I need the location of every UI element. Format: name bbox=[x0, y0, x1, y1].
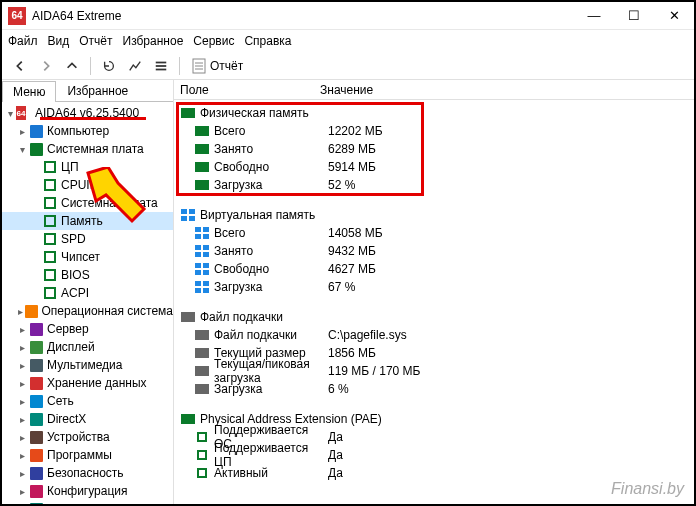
tree-twist[interactable]: ▸ bbox=[16, 126, 28, 137]
tree-node[interactable]: ▸DirectX bbox=[2, 410, 173, 428]
row-icon bbox=[194, 245, 210, 257]
data-row[interactable]: Свободно4627 МБ bbox=[174, 260, 694, 278]
report-button[interactable]: Отчёт bbox=[186, 55, 249, 77]
tree-label: Память bbox=[61, 214, 103, 228]
tree-twist[interactable]: ▸ bbox=[16, 378, 28, 389]
menu-help[interactable]: Справка bbox=[244, 34, 291, 48]
row-label: Файл подкачки bbox=[214, 328, 328, 342]
tree-twist[interactable]: ▾ bbox=[4, 108, 16, 119]
row-label: Всего bbox=[214, 226, 328, 240]
row-value: 1856 МБ bbox=[328, 346, 376, 360]
data-row[interactable]: Текущая/пиковая загрузка119 МБ / 170 МБ bbox=[174, 362, 694, 380]
tree-twist[interactable]: ▸ bbox=[16, 486, 28, 497]
tree-twist[interactable]: ▸ bbox=[16, 504, 28, 505]
tree-node[interactable]: ACPI bbox=[2, 284, 173, 302]
tree-node[interactable]: ▸Компьютер bbox=[2, 122, 173, 140]
tree-node[interactable]: ▾Системная плата bbox=[2, 140, 173, 158]
tree-node[interactable]: ▸Безопасность bbox=[2, 464, 173, 482]
back-button[interactable] bbox=[8, 55, 32, 77]
data-row[interactable]: Всего14058 МБ bbox=[174, 224, 694, 242]
chart-button[interactable] bbox=[123, 55, 147, 77]
tab-favorites[interactable]: Избранное bbox=[56, 80, 139, 101]
tree-node[interactable]: ▸Конфигурация bbox=[2, 482, 173, 500]
close-button[interactable]: ✕ bbox=[654, 2, 694, 30]
settings-button[interactable] bbox=[149, 55, 173, 77]
tree-node[interactable]: BIOS bbox=[2, 266, 173, 284]
tree-twist[interactable]: ▸ bbox=[16, 450, 28, 461]
data-row[interactable]: Свободно5914 МБ bbox=[174, 158, 694, 176]
tree-node[interactable]: Чипсет bbox=[2, 248, 173, 266]
data-row[interactable]: Файл подкачкиC:\pagefile.sys bbox=[174, 326, 694, 344]
tree-twist[interactable]: ▾ bbox=[16, 144, 28, 155]
col-value[interactable]: Значение bbox=[320, 83, 373, 97]
tree-node[interactable]: Память bbox=[2, 212, 173, 230]
minimize-button[interactable]: — bbox=[574, 2, 614, 30]
data-row[interactable]: Загрузка52 % bbox=[174, 176, 694, 194]
tab-menu[interactable]: Меню bbox=[2, 81, 56, 102]
data-row[interactable]: Всего12202 МБ bbox=[174, 122, 694, 140]
row-value: Да bbox=[328, 430, 343, 444]
col-field[interactable]: Поле bbox=[180, 83, 320, 97]
row-icon bbox=[194, 347, 210, 359]
tree-label: ACPI bbox=[61, 286, 89, 300]
data-row[interactable]: АктивныйДа bbox=[174, 464, 694, 482]
data-row[interactable]: Занято6289 МБ bbox=[174, 140, 694, 158]
tree-icon bbox=[28, 141, 44, 157]
tree-twist[interactable]: ▸ bbox=[16, 324, 28, 335]
tree-node[interactable]: ▸Сервер bbox=[2, 320, 173, 338]
data-row[interactable]: Занято9432 МБ bbox=[174, 242, 694, 260]
refresh-button[interactable] bbox=[97, 55, 121, 77]
data-row[interactable]: Загрузка6 % bbox=[174, 380, 694, 398]
tree-node[interactable]: ▾64AIDA64 v6.25.5400 bbox=[2, 104, 173, 122]
tree-node[interactable]: ▸Сеть bbox=[2, 392, 173, 410]
menu-report[interactable]: Отчёт bbox=[79, 34, 112, 48]
tree-node[interactable]: ▸Дисплей bbox=[2, 338, 173, 356]
menu-view[interactable]: Вид bbox=[48, 34, 70, 48]
tree-twist[interactable]: ▸ bbox=[16, 414, 28, 425]
menu-service[interactable]: Сервис bbox=[193, 34, 234, 48]
tree-node[interactable]: ▸Программы bbox=[2, 446, 173, 464]
tree-twist[interactable]: ▸ bbox=[16, 468, 28, 479]
row-value: 6 % bbox=[328, 382, 349, 396]
row-value: 9432 МБ bbox=[328, 244, 376, 258]
tree-icon bbox=[28, 393, 44, 409]
menu-favorites[interactable]: Избранное bbox=[123, 34, 184, 48]
tree-icon bbox=[28, 411, 44, 427]
svg-rect-8 bbox=[189, 209, 195, 214]
tree-twist[interactable]: ▸ bbox=[16, 396, 28, 407]
row-icon bbox=[194, 161, 210, 173]
up-button[interactable] bbox=[60, 55, 84, 77]
row-label: Поддерживается ЦП bbox=[214, 441, 328, 469]
section-icon bbox=[180, 209, 196, 221]
row-label: Загрузка bbox=[214, 280, 328, 294]
tree-label: Дисплей bbox=[47, 340, 95, 354]
maximize-button[interactable]: ☐ bbox=[614, 2, 654, 30]
svg-rect-12 bbox=[203, 227, 209, 232]
row-icon bbox=[194, 365, 210, 377]
row-icon bbox=[194, 383, 210, 395]
tree-icon bbox=[28, 447, 44, 463]
tree-node[interactable]: ▸Устройства bbox=[2, 428, 173, 446]
tree-label: Операционная система bbox=[41, 304, 173, 318]
tree-node[interactable]: ▸Мультимедиа bbox=[2, 356, 173, 374]
tree-node[interactable]: ▸База данных bbox=[2, 500, 173, 504]
nav-tree[interactable]: ▾64AIDA64 v6.25.5400▸Компьютер▾Системная… bbox=[2, 102, 173, 504]
tree-twist[interactable]: ▸ bbox=[16, 306, 25, 317]
tree-label: ЦП bbox=[61, 160, 79, 174]
tree-node[interactable]: SPD bbox=[2, 230, 173, 248]
tree-node[interactable]: CPUID bbox=[2, 176, 173, 194]
tree-node[interactable]: Системная плата bbox=[2, 194, 173, 212]
right-panel: Поле Значение Физическая памятьВсего1220… bbox=[174, 80, 694, 504]
tree-node[interactable]: ▸Хранение данных bbox=[2, 374, 173, 392]
svg-rect-21 bbox=[195, 270, 201, 275]
tree-icon bbox=[28, 339, 44, 355]
forward-button[interactable] bbox=[34, 55, 58, 77]
tree-twist[interactable]: ▸ bbox=[16, 432, 28, 443]
tree-twist[interactable]: ▸ bbox=[16, 342, 28, 353]
menu-file[interactable]: Файл bbox=[8, 34, 38, 48]
data-row[interactable]: Загрузка67 % bbox=[174, 278, 694, 296]
data-row[interactable]: Поддерживается ЦПДа bbox=[174, 446, 694, 464]
tree-node[interactable]: ЦП bbox=[2, 158, 173, 176]
tree-twist[interactable]: ▸ bbox=[16, 360, 28, 371]
tree-node[interactable]: ▸Операционная система bbox=[2, 302, 173, 320]
